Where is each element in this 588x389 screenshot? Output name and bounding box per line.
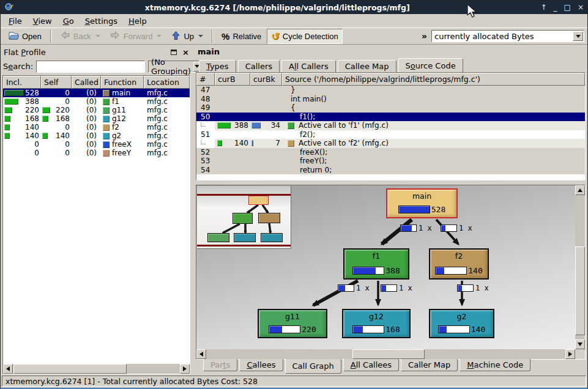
column-header-curbk[interactable]: curBk [250,73,282,86]
column-header-source[interactable]: Source ('/home/philippe/valgrind/littlep… [282,73,585,86]
source-row[interactable]: 47} [196,86,585,95]
node-cost: 140 [435,266,482,275]
graph-node-g12[interactable]: g12168 [342,309,411,338]
search-input[interactable] [36,61,145,73]
self-cell: 0 [41,123,72,132]
source-row[interactable]: 49{ [196,103,585,113]
menu-bar: FileViewGoSettingsHelp [1,14,587,28]
up-button[interactable]: Up [167,29,207,44]
back-dropdown-icon[interactable] [95,35,100,37]
tab-caller-map[interactable]: Caller Map [401,359,458,371]
horizontal-splitter[interactable] [196,180,586,185]
graph-node-f1[interactable]: f1388 [343,248,409,280]
column-header-self[interactable]: Self [41,76,72,89]
menu-item-go[interactable]: Go [58,15,80,27]
graph-node-f2[interactable]: f2140 [429,248,489,280]
node-cost: 220 [269,325,316,334]
table-row[interactable]: 140140(0)g2mfg.c [3,132,190,140]
menu-item-view[interactable]: View [28,15,58,27]
tab-parts[interactable]: Parts [203,359,237,371]
open-button[interactable]: Open [4,29,46,44]
function-color-icon [288,140,294,147]
node-cost-bar [352,325,384,333]
title-bar: xtmemory.kcg.6274 [/home/philippe/valgri… [1,1,587,14]
tab-callees[interactable]: Callees [239,359,283,371]
source-row[interactable]: 1407Active call to 'f2' (mfg.c) [196,139,585,148]
cycle-detection-button[interactable]: ↺ Cycle Detection [267,29,342,44]
shade-button[interactable]: ↑ [541,2,547,13]
graph-node-g2[interactable]: g2140 [429,309,494,338]
source-row[interactable]: 38834Active call to 'f1' (mfg.c) [196,121,585,130]
tab-machine-code[interactable]: Machine Code [460,359,530,371]
tab-callers[interactable]: Callers [238,60,280,72]
table-row[interactable]: 168168(0)g12mfg.c [3,114,190,123]
function-cell: g11 [101,106,144,114]
called-value: (0) [72,114,101,123]
call-text: Active call to 'f1' (mfg.c) [299,121,389,130]
tab-all-callees[interactable]: All Callees [343,359,399,371]
column-header--[interactable]: # [196,73,215,86]
back-button[interactable]: Back [56,29,105,43]
incl-cell: 220 [3,106,41,114]
menu-item-settings[interactable]: Settings [80,15,123,27]
table-row[interactable]: 5280(0)mainmfg.c [3,89,190,97]
line-number [196,121,215,130]
minimap-node [207,233,229,242]
function-name: g11 [112,106,126,114]
tab-call-graph[interactable]: Call Graph [285,359,341,374]
open-label: Open [22,32,42,41]
called-value: (0) [72,149,101,157]
float-panel-icon[interactable] [171,50,177,55]
event-type-dropdown-button[interactable] [573,31,583,41]
incl-value: 140 [25,123,39,132]
minimap-node [233,213,253,224]
scroll-left-button[interactable] [3,364,13,374]
minimize-button[interactable]: _ [554,2,557,13]
menu-item-file[interactable]: File [3,15,28,27]
forward-dropdown-icon[interactable] [157,35,162,37]
close-button[interactable]: × [578,2,584,13]
source-row[interactable]: 51f2(); [196,130,585,139]
up-dropdown-icon[interactable] [198,35,203,37]
node-cost: 528 [398,205,445,214]
menu-item-help[interactable]: Help [123,15,152,27]
called-value: (0) [72,132,101,140]
source-row[interactable]: 50f1(); [196,113,585,122]
minimap-node [261,233,283,242]
column-header-incl-[interactable]: Incl. [3,76,41,89]
event-type-select[interactable]: currently allocated Bytes [431,30,584,42]
close-panel-icon[interactable]: × [182,50,189,56]
table-row[interactable]: 1400(0)f2mfg.c [3,123,190,132]
flat-profile-hscrollbar[interactable] [3,364,190,374]
relative-button[interactable]: % Relative [217,29,266,43]
graph-node-main[interactable]: main528 [386,188,458,218]
maximize-button[interactable]: □ [564,2,571,13]
tab-callee-map[interactable]: Callee Map [338,60,396,72]
toolbar-overflow-chevron[interactable]: » [422,31,427,41]
column-header-curb[interactable]: curB [215,73,250,86]
tab-source-code[interactable]: Source Code [398,58,463,72]
forward-button[interactable]: Forward [106,29,166,43]
graph-minimap[interactable] [197,186,291,249]
incl-value: 140 [25,132,39,140]
tab-types[interactable]: Types [199,60,236,72]
edge-cost-bar [400,224,417,232]
table-row[interactable]: 220220(0)g11mfg.c [3,106,190,114]
scroll-right-button[interactable] [180,364,190,374]
source-row[interactable]: 54return 0; [196,166,585,175]
source-row[interactable]: 48int main() [196,95,585,104]
function-cell: g2 [101,132,144,140]
table-row[interactable]: 3880(0)f1mfg.c [3,97,190,106]
incl-value: 0 [34,140,39,149]
table-row[interactable]: 00(0)freeYmfg.c [3,149,190,157]
source-row[interactable]: 52freeX(); [196,148,585,157]
tab-all-callers[interactable]: All Callers [281,60,336,72]
table-row[interactable]: 00(0)freeXmfg.c [3,140,190,149]
column-header-location[interactable]: Location [144,76,190,89]
column-header-called[interactable]: Called [72,76,101,89]
scrollbar-thumb[interactable] [13,364,127,374]
graph-node-g11[interactable]: g11220 [258,309,327,338]
source-row[interactable]: 53freeY(); [196,157,585,166]
panel-splitter[interactable] [192,45,196,374]
column-header-function[interactable]: Function [101,76,144,89]
